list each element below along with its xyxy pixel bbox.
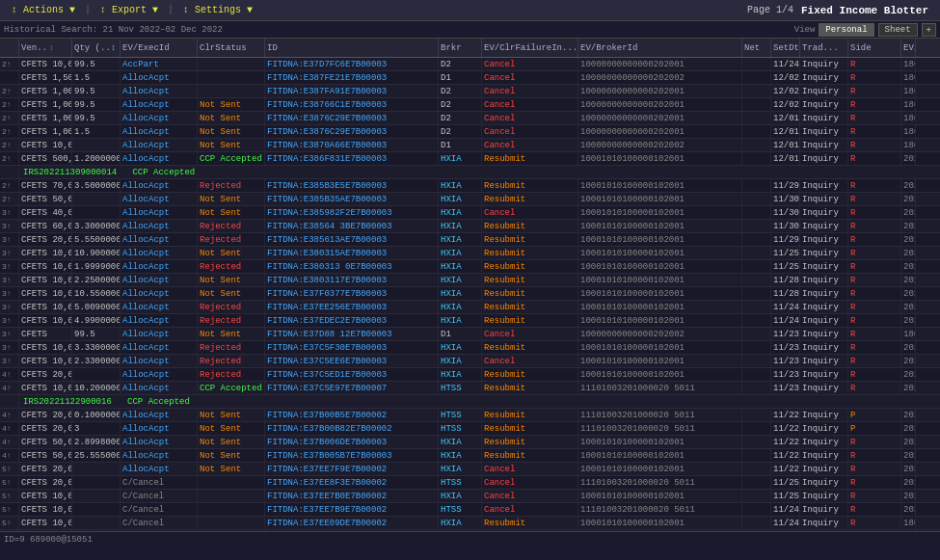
- table-row[interactable]: 4↑ CFETS 20,000 0.10000000 AllocAcpt Not…: [0, 409, 940, 422]
- table-row[interactable]: 5↑ CFETS 20,000 C/Cancel FITDNA:E37EE8F3…: [0, 476, 940, 490]
- id-cell: FITDNA:E387FA91E7B00003: [265, 85, 439, 97]
- settings-menu[interactable]: ↕ Settings ▼: [175, 3, 260, 17]
- personal-view-btn[interactable]: Personal: [819, 23, 873, 37]
- qty-cell: 99.5: [72, 58, 121, 70]
- table-row[interactable]: 5↑ CFETS 10,000 C/Cancel FITDNA:E37EE09D…: [0, 517, 940, 530]
- ev-cell: Cancel: [482, 463, 578, 475]
- table-row[interactable]: 5↑ CFETS 10,000 C/Cancel FITDNA:E37EE7B9…: [0, 503, 940, 517]
- row-id: 3↑: [0, 247, 19, 259]
- brkr-cell: HXIA: [439, 449, 482, 462]
- qty-cell: 10.55000000: [72, 287, 121, 300]
- broker-cell: 10001010100000102001: [578, 193, 742, 205]
- table-row[interactable]: 2↑ CFETS 1,000 99.5 AllocAcpt Not Sent F…: [0, 112, 940, 125]
- table-row[interactable]: 3↑ CFETS 99.5 AllocAcpt Not Sent FITDNA:…: [0, 328, 940, 341]
- exec-cell: AllocAcpt: [121, 314, 198, 327]
- actions-menu[interactable]: ↕ Actions ▼: [4, 3, 83, 17]
- table-row[interactable]: 3↑ CFETS 10,000 2.33000000 AllocAcpt Rej…: [0, 355, 940, 368]
- table-row[interactable]: 3↑ CFETS 60,000 3.30000000 AllocAcpt Rej…: [0, 220, 940, 233]
- export-menu[interactable]: ↕ Export ▼: [93, 3, 166, 17]
- col-clrstatus[interactable]: ClrStatus: [198, 39, 265, 57]
- ev-cell: Cancel: [482, 125, 578, 138]
- col-evclr[interactable]: EV/ClrFailureIn...: [482, 39, 578, 57]
- id-cell: FITDNA:E37B006DE7B00003: [265, 436, 439, 448]
- net-cell: [742, 274, 771, 286]
- col-evbroker[interactable]: EV/BrokerId: [578, 39, 742, 57]
- table-row[interactable]: 2↑ CFETS 1,000 99.5 AllocAcpt FITDNA:E38…: [0, 85, 940, 98]
- table-row[interactable]: 4↑ CFETS 50,000 25.55500000 AllocAcpt No…: [0, 449, 940, 463]
- row-id: 2↑: [0, 179, 19, 192]
- table-row[interactable]: 4↑ CFETS 20,000 AllocAcpt Rejected FITDN…: [0, 368, 940, 382]
- table-row[interactable]: 2↑ CFETS 500,00 1.20000000 AllocAcpt CCP…: [0, 152, 940, 166]
- table-row[interactable]: 2↑ CFETS 10,000 99.5 AccPart FITDNA:E37D…: [0, 58, 940, 71]
- table-row[interactable]: 3↑ CFETS 40,000 AllocAcpt Not Sent FITDN…: [0, 206, 940, 220]
- col-id[interactable]: ID: [265, 39, 439, 57]
- isin-value: IRS202211309000014 CCP Accepted: [19, 168, 940, 177]
- add-view-btn[interactable]: +: [922, 23, 936, 37]
- brkr-cell: HXIA: [439, 517, 482, 529]
- table-row[interactable]: 4↑ CFETS 20,000 3 AllocAcpt Not Sent FIT…: [0, 422, 940, 436]
- table-row[interactable]: 2↑ CFETS 1,000 1.5 AllocAcpt Not Sent FI…: [0, 125, 940, 139]
- broker-cell: 10001010100000102001: [578, 179, 742, 192]
- clr-cell: Rejected: [198, 233, 265, 246]
- table-row[interactable]: 3↑ CFETS 10,000 10.90000000 AllocAcpt No…: [0, 247, 940, 260]
- firm-cell: 20221100400: [901, 179, 916, 192]
- table-row[interactable]: 4↑ CFETS 10,000 10.20000000 AllocAcpt CC…: [0, 382, 940, 395]
- col-qty[interactable]: Qty (..↕: [72, 39, 121, 57]
- trad-cell: Inquiry: [800, 503, 848, 516]
- qty-cell: 1.20000000: [72, 152, 121, 165]
- set-cell: 12/01: [771, 139, 800, 151]
- side-cell: R: [848, 314, 901, 327]
- side-cell: R: [848, 125, 901, 138]
- col-brkr[interactable]: Brkr: [439, 39, 482, 57]
- ev-cell: Cancel: [482, 476, 578, 489]
- clr-cell: [198, 58, 265, 70]
- side-cell: R: [848, 530, 901, 531]
- table-row[interactable]: 5↑ CFETS 10,000 C/Cancel FITDNA:E37EE7B0…: [0, 490, 940, 503]
- table-row[interactable]: 2↑ CFETS 50,000 AllocAcpt Not Sent FITDN…: [0, 193, 940, 206]
- table-row[interactable]: 3↑ CFETS 10,000 5.00900000 AllocAcpt Rej…: [0, 301, 940, 314]
- col-evfirm[interactable]: EV/FirmId: [901, 39, 916, 57]
- col-net[interactable]: Net: [742, 39, 771, 57]
- qty-cell: 99.5: [72, 98, 121, 111]
- sheet-view-btn[interactable]: Sheet: [878, 23, 918, 37]
- table-row[interactable]: 4↑ CFETS 50,000 2.89980000 AllocAcpt Not…: [0, 436, 940, 449]
- trad-cell: Inquiry: [800, 274, 848, 286]
- ven-cell: CFETS 10,000: [19, 490, 72, 502]
- col-ven[interactable]: Ven.. ↕: [19, 39, 72, 57]
- clr-cell: [198, 503, 265, 516]
- col-side[interactable]: Side: [848, 39, 901, 57]
- table-row[interactable]: 3↑ CFETS 10,000 2.25000000 AllocAcpt Not…: [0, 274, 940, 287]
- ev-cell: Resubmit: [482, 287, 578, 300]
- side-cell: R: [848, 260, 901, 273]
- broker-cell: 10001010100000102001: [578, 463, 742, 475]
- table-row[interactable]: 2↑ CFETS 70,000 3.50000000 AllocAcpt Rej…: [0, 179, 940, 193]
- col-execid[interactable]: EV/ExecId: [121, 39, 198, 57]
- row-id: 2↑: [0, 112, 19, 124]
- col-trad[interactable]: Trad...: [800, 39, 848, 57]
- table-row[interactable]: 2↑ CFETS 10,000 AllocAcpt Not Sent FITDN…: [0, 139, 940, 152]
- ev-cell: Resubmit: [482, 368, 578, 381]
- set-cell: 11/24: [771, 517, 800, 529]
- table-row[interactable]: 3↑ CFETS 10,000 4.99000000 AllocAcpt Rej…: [0, 314, 940, 328]
- ev-cell: Resubmit: [482, 193, 578, 205]
- table-row[interactable]: 2↑ CFETS 1,000 99.5 AllocAcpt Not Sent F…: [0, 98, 940, 112]
- table-row[interactable]: 3↑ CFETS 10,000 1.99990000 AllocAcpt Rej…: [0, 260, 940, 274]
- table-row[interactable]: 3↑ CFETS 10,000 3.33000000 AllocAcpt Rej…: [0, 341, 940, 355]
- trad-cell: Inquiry: [800, 152, 848, 165]
- qty-cell: 5.00900000: [72, 301, 121, 313]
- broker-cell: 10000000000000202001: [578, 125, 742, 138]
- col-set[interactable]: SetDt: [771, 39, 800, 57]
- row-id: 5↑: [0, 517, 19, 529]
- id-cell: FITDNA:E385B35AE7B00003: [265, 193, 439, 205]
- table-row[interactable]: 3↑ CFETS 20,000 5.55000000 AllocAcpt Rej…: [0, 233, 940, 247]
- broker-cell: 11101003201000020 5011: [578, 476, 742, 489]
- net-cell: [742, 422, 771, 435]
- table-row[interactable]: 5↑ CFETS 10,000 C/Cancel FITDNA:E37EE09D…: [0, 530, 940, 531]
- table-row[interactable]: CFETS 1,500 1.5 AllocAcpt FITDNA:E387FE2…: [0, 71, 940, 85]
- trad-cell: Inquiry: [800, 85, 848, 97]
- table-row[interactable]: 3↑ CFETS 10,000 10.55000000 AllocAcpt No…: [0, 287, 940, 301]
- set-cell: 11/25: [771, 476, 800, 489]
- table-row[interactable]: 5↑ CFETS 20,000 AllocAcpt Not Sent FITDN…: [0, 463, 940, 476]
- side-cell: R: [848, 463, 901, 475]
- ven-cell: CFETS 10,000: [19, 341, 72, 354]
